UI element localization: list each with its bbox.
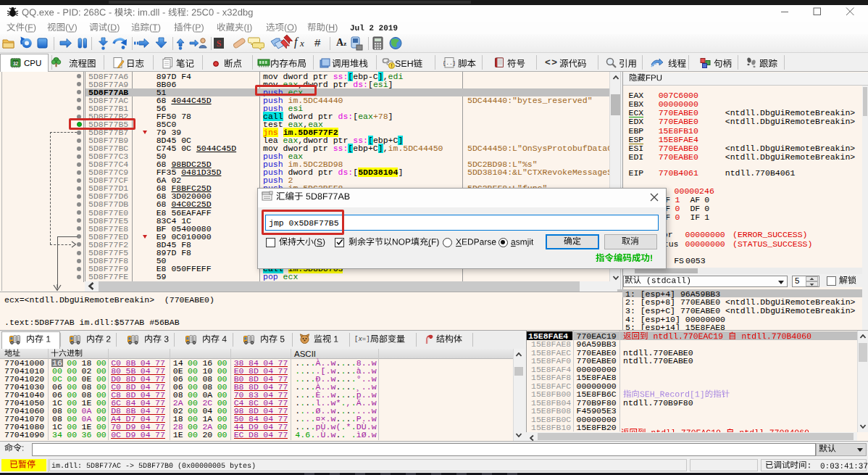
svg-text:!: ! <box>391 63 392 68</box>
svg-text:32: 32 <box>13 61 19 66</box>
svg-text:{..}: {..} <box>443 59 455 66</box>
svg-text:S: S <box>217 38 222 49</box>
